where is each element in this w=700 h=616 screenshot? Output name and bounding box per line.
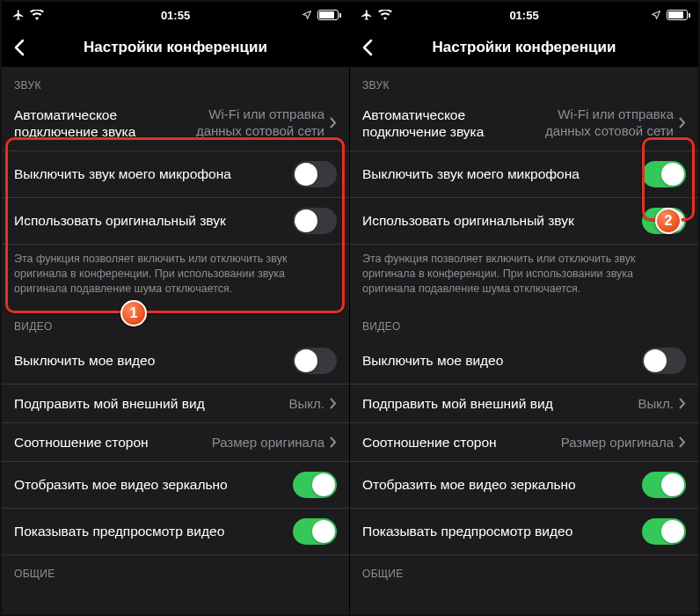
toggle-mute-video[interactable]	[293, 348, 337, 374]
status-bar: 01:55	[2, 2, 349, 28]
row-label: Выключить звук моего микрофона	[362, 166, 642, 182]
section-video-header: ВИДЕО	[2, 308, 349, 338]
row-label: Выключить мое видео	[362, 353, 642, 369]
toggle-original-sound[interactable]	[642, 208, 686, 234]
nav-title: Настройки конференции	[84, 39, 267, 56]
wifi-icon	[378, 10, 392, 20]
toggle-mute-video[interactable]	[642, 348, 686, 374]
chevron-right-icon	[330, 398, 337, 409]
section-general-header: ОБЩИЕ	[350, 555, 698, 585]
location-icon	[651, 10, 661, 20]
toggle-preview[interactable]	[642, 518, 686, 545]
row-show-preview[interactable]: Показывать предпросмотр видео	[2, 509, 349, 555]
row-value: Выкл.	[289, 396, 324, 411]
row-original-sound[interactable]: Использовать оригинальный звук	[350, 198, 698, 245]
status-time: 01:55	[2, 9, 349, 22]
nav-bar: Настройки конференции	[350, 28, 698, 67]
section-sound-header: ЗВУК	[350, 67, 698, 97]
row-aspect-ratio[interactable]: Соотношение сторон Размер оригинала	[2, 423, 349, 462]
row-value: Размер оригинала	[212, 435, 324, 450]
row-label: Автоматическое подключение звука	[362, 106, 533, 141]
airplane-icon	[361, 9, 373, 21]
wifi-icon	[30, 10, 44, 20]
row-mirror-video[interactable]: Отобразить мое видео зеркально	[2, 462, 349, 509]
row-label: Соотношение сторон	[362, 435, 561, 451]
status-time: 01:55	[350, 9, 698, 22]
chevron-right-icon	[679, 436, 686, 448]
row-auto-connect-audio[interactable]: Автоматическое подключение звука Wi-Fi и…	[2, 97, 349, 151]
row-value: Wi-Fi или отправка данных сотовой сети	[184, 106, 324, 140]
row-label: Показывать предпросмотр видео	[362, 524, 642, 539]
toggle-mirror[interactable]	[293, 472, 337, 498]
row-label: Подправить мой внешний вид	[14, 396, 289, 412]
row-value: Выкл.	[638, 396, 674, 411]
chevron-right-icon	[679, 117, 686, 128]
chevron-right-icon	[330, 436, 337, 448]
row-auto-connect-audio[interactable]: Автоматическое подключение звука Wi-Fi и…	[350, 97, 698, 151]
location-icon	[302, 10, 312, 20]
row-label: Отобразить мое видео зеркально	[362, 477, 642, 493]
settings-content[interactable]: ЗВУК Автоматическое подключение звука Wi…	[2, 67, 349, 614]
airplane-icon	[12, 9, 25, 21]
toggle-mirror[interactable]	[642, 472, 686, 498]
status-bar: 01:55	[350, 2, 698, 28]
row-original-sound[interactable]: Использовать оригинальный звук	[2, 198, 349, 245]
sound-note: Эта функция позволяет включить или отклю…	[2, 245, 349, 309]
sound-note: Эта функция позволяет включить или отклю…	[350, 245, 698, 309]
row-label: Использовать оригинальный звук	[362, 213, 642, 229]
row-mute-my-mic[interactable]: Выключить звук моего микрофона	[350, 151, 698, 198]
row-label: Автоматическое подключение звука	[14, 106, 184, 141]
chevron-right-icon	[679, 398, 686, 409]
row-touch-up-appearance[interactable]: Подправить мой внешний вид Выкл.	[350, 385, 698, 423]
row-label: Подправить мой внешний вид	[362, 396, 638, 412]
chevron-right-icon	[330, 117, 337, 128]
battery-icon	[317, 10, 339, 20]
back-button[interactable]	[9, 37, 30, 58]
row-mute-my-video[interactable]: Выключить мое видео	[350, 338, 698, 385]
back-button[interactable]	[357, 37, 378, 58]
phone-screen-2: 01:55 Настройки конференции ЗВУК Автомат…	[350, 2, 698, 614]
row-show-preview[interactable]: Показывать предпросмотр видео	[350, 509, 698, 555]
row-label: Отобразить мое видео зеркально	[14, 477, 293, 493]
phone-screen-1: 01:55 Настройки конференции ЗВУК Автомат…	[2, 2, 350, 614]
toggle-mute-mic[interactable]	[293, 161, 337, 187]
battery-icon	[667, 10, 688, 20]
row-label: Выключить звук моего микрофона	[14, 166, 293, 182]
toggle-original-sound[interactable]	[293, 208, 337, 234]
section-sound-header: ЗВУК	[2, 67, 349, 97]
row-label: Использовать оригинальный звук	[14, 213, 293, 229]
row-touch-up-appearance[interactable]: Подправить мой внешний вид Выкл.	[2, 385, 349, 423]
section-video-header: ВИДЕО	[350, 308, 698, 338]
nav-title: Настройки конференции	[433, 39, 616, 56]
row-value: Размер оригинала	[561, 435, 674, 450]
comparison-frame: 01:55 Настройки конференции ЗВУК Автомат…	[0, 0, 700, 616]
toggle-preview[interactable]	[293, 518, 337, 545]
row-mirror-video[interactable]: Отобразить мое видео зеркально	[350, 462, 698, 509]
nav-bar: Настройки конференции	[2, 28, 349, 67]
section-general-header: ОБЩИЕ	[2, 555, 349, 585]
row-mute-my-video[interactable]: Выключить мое видео	[2, 338, 349, 385]
row-aspect-ratio[interactable]: Соотношение сторон Размер оригинала	[350, 423, 698, 462]
row-label: Показывать предпросмотр видео	[14, 524, 293, 539]
row-label: Соотношение сторон	[14, 435, 212, 451]
row-value: Wi-Fi или отправка данных сотовой сети	[533, 106, 674, 140]
toggle-mute-mic[interactable]	[642, 161, 686, 187]
settings-content[interactable]: ЗВУК Автоматическое подключение звука Wi…	[350, 67, 698, 614]
row-label: Выключить мое видео	[14, 353, 293, 369]
row-mute-my-mic[interactable]: Выключить звук моего микрофона	[2, 151, 349, 198]
